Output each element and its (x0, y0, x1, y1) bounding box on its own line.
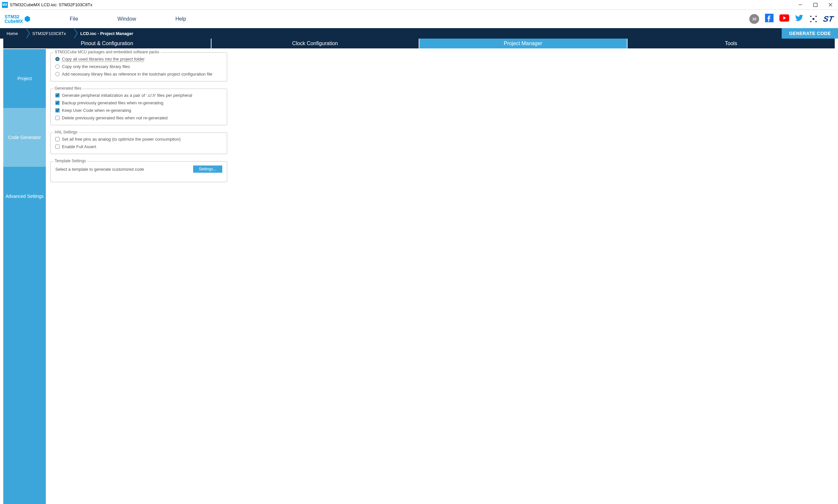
breadcrumb-home[interactable]: Home (0, 28, 26, 39)
twitter-icon[interactable] (795, 14, 804, 24)
top-toolbar: STM32 CubeMX ⬢ File Window Help 10 ST (0, 10, 838, 28)
network-icon[interactable] (809, 15, 817, 23)
template-label: Select a template to generate customized… (55, 167, 144, 172)
tab-tools[interactable]: Tools (628, 39, 835, 49)
chk-backup[interactable]: Backup previously generated files when r… (55, 101, 222, 105)
sidebar-item-advanced-settings[interactable]: Advanced Settings (3, 167, 46, 226)
radio-copy-necessary-label: Copy only the necessary library files (62, 64, 130, 69)
project-sidebar: Project Code Generator Advanced Settings (3, 49, 46, 504)
maximize-button[interactable] (808, 0, 823, 10)
cube-icon: ⬢ (24, 15, 31, 23)
chk-pins-analog-input[interactable] (55, 137, 59, 141)
packages-group: STM32Cube MCU packages and embedded soft… (50, 52, 227, 82)
packages-legend: STM32Cube MCU packages and embedded soft… (53, 50, 161, 54)
anniversary-badge-icon[interactable]: 10 (749, 14, 759, 24)
radio-add-reference-input[interactable] (55, 72, 59, 76)
hal-legend: HAL Settings (53, 130, 79, 134)
radio-copy-necessary[interactable]: Copy only the necessary library files (55, 64, 222, 69)
main-menu: File Window Help (70, 16, 186, 22)
breadcrumb-current[interactable]: LCD.ioc - Project Manager (74, 28, 141, 39)
hal-settings-group: HAL Settings Set all free pins as analog… (50, 132, 227, 154)
radio-copy-all-label: Copy all used libraries into the project… (62, 57, 145, 61)
app-icon: MX (2, 2, 8, 8)
titlebar: MX STM32CubeMX LCD.ioc: STM32F103C8Tx (0, 0, 838, 10)
chk-pair-files-label: Generate peripheral initialization as a … (62, 93, 192, 98)
breadcrumb: Home STM32F103C8Tx LCD.ioc - Project Man… (0, 28, 838, 39)
radio-copy-necessary-input[interactable] (55, 65, 59, 69)
logo-line2: CubeMX (4, 19, 23, 23)
radio-copy-all-input[interactable] (55, 57, 59, 61)
chk-keep-user-code-label: Keep User Code when re-generating (62, 108, 131, 113)
youtube-icon[interactable] (780, 14, 789, 23)
close-button[interactable] (823, 0, 838, 10)
logo-line1: STM32 (4, 14, 23, 19)
content-area: Project Code Generator Advanced Settings… (3, 49, 835, 504)
app-logo: STM32 CubeMX ⬢ (4, 14, 31, 23)
radio-add-reference[interactable]: Add necessary library files as reference… (55, 72, 222, 76)
chk-delete-prev[interactable]: Delete previously generated files when n… (55, 115, 222, 120)
chk-delete-prev-input[interactable] (55, 116, 59, 120)
chk-full-assert-label: Enable Full Assert (62, 144, 96, 149)
generate-code-button[interactable]: GENERATE CODE (782, 28, 838, 39)
window-title: STM32CubeMX LCD.ioc: STM32F103C8Tx (10, 2, 92, 7)
tab-clock[interactable]: Clock Configuration (211, 39, 420, 49)
chk-pins-analog-label: Set all free pins as analog (to optimize… (62, 137, 181, 142)
chk-pair-files-input[interactable] (55, 93, 59, 97)
template-legend: Template Settings (53, 159, 87, 163)
st-logo-icon[interactable]: ST (823, 14, 834, 23)
radio-add-reference-label: Add necessary library files as reference… (62, 72, 212, 76)
main-tabs: Pinout & Configuration Clock Configurati… (3, 39, 835, 49)
template-settings-button[interactable]: Settings... (193, 165, 222, 173)
facebook-icon[interactable] (765, 14, 773, 24)
chk-pair-files[interactable]: Generate peripheral initialization as a … (55, 93, 222, 98)
menu-help[interactable]: Help (175, 16, 186, 22)
chk-pins-analog[interactable]: Set all free pins as analog (to optimize… (55, 137, 222, 142)
tab-pinout[interactable]: Pinout & Configuration (3, 39, 211, 49)
breadcrumb-device[interactable]: STM32F103C8Tx (26, 28, 74, 39)
chk-backup-label: Backup previously generated files when r… (62, 101, 163, 105)
menu-window[interactable]: Window (118, 16, 136, 22)
social-links: 10 ST (749, 14, 834, 24)
chk-backup-input[interactable] (55, 101, 59, 105)
chk-full-assert[interactable]: Enable Full Assert (55, 144, 222, 149)
generated-files-group: Generated files Generate peripheral init… (50, 89, 227, 125)
chk-delete-prev-label: Delete previously generated files when n… (62, 115, 168, 120)
chk-full-assert-input[interactable] (55, 145, 59, 149)
settings-panel: STM32Cube MCU packages and embedded soft… (46, 49, 835, 504)
minimize-button[interactable] (793, 0, 808, 10)
template-settings-group: Template Settings Select a template to g… (50, 161, 227, 182)
chk-keep-user-code[interactable]: Keep User Code when re-generating (55, 108, 222, 113)
generated-legend: Generated files (53, 86, 83, 91)
menu-file[interactable]: File (70, 16, 78, 22)
sidebar-item-project[interactable]: Project (3, 49, 46, 108)
radio-copy-all[interactable]: Copy all used libraries into the project… (55, 57, 222, 61)
tab-project-manager[interactable]: Project Manager (419, 39, 628, 49)
sidebar-spacer (3, 226, 46, 504)
sidebar-item-code-generator[interactable]: Code Generator (3, 108, 46, 167)
chk-keep-user-code-input[interactable] (55, 108, 59, 112)
